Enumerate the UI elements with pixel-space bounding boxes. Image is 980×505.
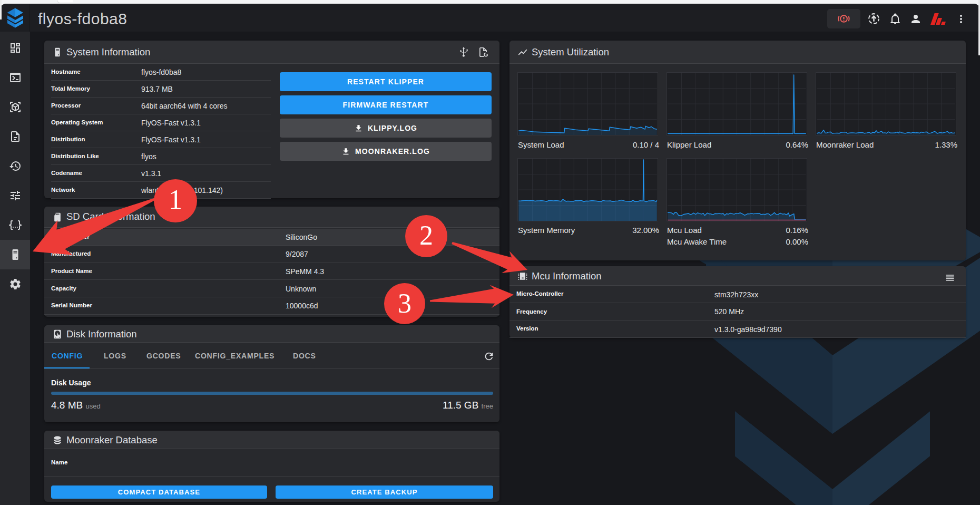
svg-text:2: 2 bbox=[419, 220, 433, 250]
svg-text:3: 3 bbox=[398, 288, 411, 318]
svg-text:1: 1 bbox=[169, 184, 182, 215]
